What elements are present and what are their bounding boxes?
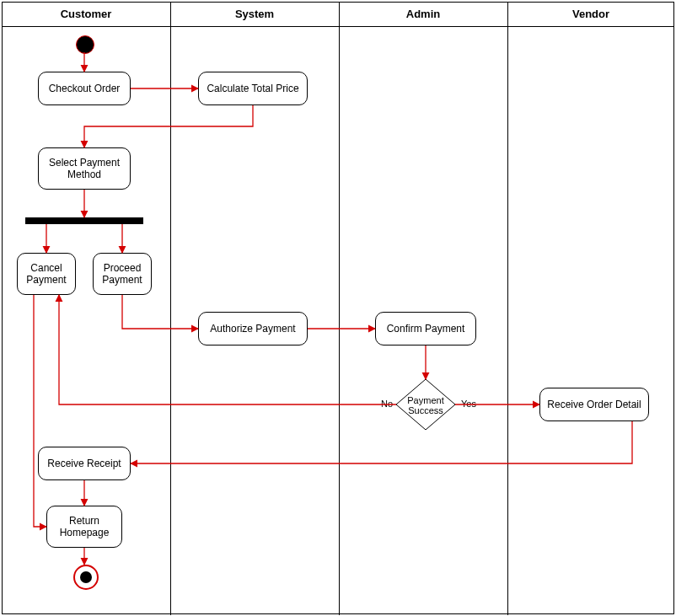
activity-cancel-payment: Cancel Payment (17, 253, 76, 295)
lane-divider (339, 2, 340, 615)
guard-no: No (379, 399, 394, 409)
activity-calculate-total: Calculate Total Price (198, 72, 308, 105)
decision-label: Payment Success (396, 395, 455, 415)
activity-confirm-payment: Confirm Payment (375, 312, 476, 345)
final-node (73, 565, 99, 590)
activity-authorize-payment: Authorize Payment (198, 312, 308, 345)
activity-receive-order: Receive Order Detail (539, 388, 649, 421)
activity-receive-receipt: Receive Receipt (38, 447, 131, 480)
lane-header-customer: Customer (2, 2, 170, 27)
guard-yes: Yes (459, 399, 478, 409)
lane-divider (170, 2, 171, 615)
lane-header-admin: Admin (339, 2, 507, 27)
lane-header-vendor: Vendor (507, 2, 674, 27)
activity-diagram: Customer System Admin Vendor Checkout Or… (0, 0, 676, 616)
lane-header-system: System (170, 2, 339, 27)
activity-select-payment: Select Payment Method (38, 147, 131, 190)
initial-node (76, 35, 94, 54)
fork-bar (25, 217, 143, 224)
activity-proceed-payment: Proceed Payment (93, 253, 152, 295)
activity-checkout-order: Checkout Order (38, 72, 131, 105)
lane-divider (507, 2, 508, 615)
final-node-inner (80, 571, 92, 583)
activity-return-homepage: Return Homepage (46, 506, 122, 548)
